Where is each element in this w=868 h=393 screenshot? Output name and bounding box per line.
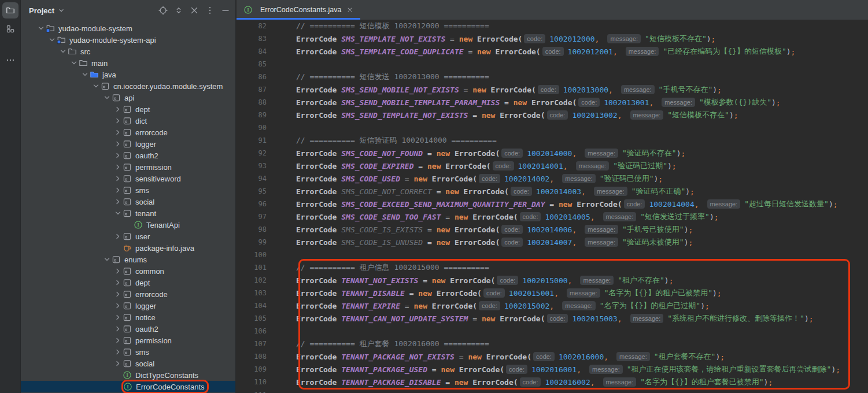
tree-item-api[interactable]: api: [21, 92, 235, 103]
locate-icon[interactable]: [158, 5, 168, 16]
tree-item-dept[interactable]: dept: [21, 277, 235, 288]
line-number[interactable]: 92: [237, 149, 276, 157]
code-line-83[interactable]: 83ErrorCode SMS_TEMPLATE_NOT_EXISTS = ne…: [237, 32, 868, 45]
code-line-94[interactable]: 94ErrorCode SMS_CODE_USED = new ErrorCod…: [237, 172, 868, 185]
stripe-project-button[interactable]: [2, 2, 19, 18]
code-line-86[interactable]: 86// ========== 短信发送 1002013000 ========…: [237, 71, 868, 83]
code-line-105[interactable]: 105ErrorCode TENANT_CAN_NOT_UPDATE_SYSTE…: [237, 312, 868, 325]
code-line-84[interactable]: 84ErrorCode SMS_TEMPLATE_CODE_DUPLICATE …: [237, 45, 868, 58]
line-number[interactable]: 86: [237, 73, 276, 81]
tree-item-dicttypeconstants[interactable]: IDictTypeConstants: [21, 369, 235, 381]
line-number[interactable]: 106: [237, 327, 276, 335]
chevron-down-icon[interactable]: [57, 6, 65, 14]
close-icon[interactable]: [346, 6, 353, 13]
line-number[interactable]: 110: [237, 378, 276, 386]
chevron-down-icon[interactable]: [80, 70, 90, 79]
line-number[interactable]: 84: [237, 47, 276, 55]
chevron-right-icon[interactable]: [113, 336, 123, 345]
line-number[interactable]: 105: [237, 314, 276, 322]
tree-item-yudao-module-system-api[interactable]: yudao-module-system-api: [21, 34, 235, 46]
code-line-97[interactable]: 97ErrorCode SMS_CODE_SEND_TOO_FAST = new…: [237, 210, 868, 223]
code-line-90[interactable]: 90: [237, 121, 868, 134]
chevron-down-icon[interactable]: [69, 58, 79, 68]
code-area[interactable]: 82// ========== 短信模板 1002012000 ========…: [237, 20, 868, 393]
code-line-88[interactable]: 88ErrorCode SMS_SEND_MOBILE_TEMPLATE_PAR…: [237, 96, 868, 109]
code-line-100[interactable]: 100: [237, 249, 868, 261]
line-number[interactable]: 99: [237, 238, 276, 246]
tree-item-sms[interactable]: sms: [21, 184, 235, 196]
chevron-right-icon[interactable]: [113, 116, 123, 125]
code-line-104[interactable]: 104ErrorCode TENANT_EXPIRE = new ErrorCo…: [237, 299, 868, 312]
code-line-107[interactable]: 107// ========== 租户套餐 1002016000 =======…: [237, 338, 868, 350]
chevron-down-icon[interactable]: [47, 35, 57, 45]
line-number[interactable]: 98: [237, 225, 276, 233]
code-line-92[interactable]: 92ErrorCode SMS_CODE_NOT_FOUND = new Err…: [237, 147, 868, 160]
tree-item-src[interactable]: src: [21, 46, 235, 57]
chevron-down-icon[interactable]: [102, 93, 112, 102]
line-number[interactable]: 107: [237, 340, 276, 348]
tree-item-sms[interactable]: sms: [21, 346, 235, 358]
line-number[interactable]: 109: [237, 365, 276, 373]
line-number[interactable]: 108: [237, 353, 276, 361]
chevron-right-icon[interactable]: [113, 266, 123, 276]
code-line-95[interactable]: 95ErrorCode SMS_CODE_NOT_CORRECT = new E…: [237, 185, 868, 198]
stripe-more-button[interactable]: [2, 52, 19, 68]
chevron-right-icon[interactable]: [113, 162, 123, 172]
tree-item-logger[interactable]: logger: [21, 300, 235, 312]
line-number[interactable]: 87: [237, 86, 276, 94]
tree-item-oauth2[interactable]: oauth2: [21, 150, 235, 161]
tree-item-tenant[interactable]: tenant: [21, 207, 235, 219]
chevron-down-icon[interactable]: [36, 24, 46, 33]
chevron-right-icon[interactable]: [113, 128, 123, 137]
tree-item-sensitiveword[interactable]: sensitiveword: [21, 173, 235, 184]
chevron-right-icon[interactable]: [113, 139, 123, 149]
project-panel-title[interactable]: Project: [29, 6, 54, 15]
chevron-right-icon[interactable]: [113, 359, 123, 368]
line-number[interactable]: 104: [237, 302, 276, 310]
chevron-right-icon[interactable]: [113, 313, 123, 322]
line-number[interactable]: 103: [237, 289, 276, 297]
tree-item-cn-iocoder-yudao-module-system[interactable]: cn.iocoder.yudao.module.system: [21, 80, 235, 92]
line-number[interactable]: 95: [237, 187, 276, 195]
code-line-85[interactable]: 85: [237, 58, 868, 71]
code-line-101[interactable]: 101// ========== 租户信息 1002015000 =======…: [237, 261, 868, 274]
tree-item-main[interactable]: main: [21, 57, 235, 69]
line-number[interactable]: 91: [237, 136, 276, 144]
code-line-109[interactable]: 109ErrorCode TENANT_PACKAGE_USED = new E…: [237, 363, 868, 376]
chevron-down-icon[interactable]: [113, 209, 123, 218]
code-line-106[interactable]: 106: [237, 325, 868, 338]
code-line-102[interactable]: 102ErrorCode TENANT_NOT_EXISTS = new Err…: [237, 274, 868, 287]
chevron-right-icon[interactable]: [113, 232, 123, 241]
tree-item-dept[interactable]: dept: [21, 103, 235, 115]
tree-item-oauth2[interactable]: oauth2: [21, 323, 235, 335]
chevron-right-icon[interactable]: [113, 347, 123, 357]
line-number[interactable]: 85: [237, 60, 276, 68]
code-line-111[interactable]: 111: [237, 388, 868, 393]
collapse-all-icon[interactable]: [189, 5, 200, 16]
line-number[interactable]: 90: [237, 124, 276, 132]
tree-item-java[interactable]: java: [21, 69, 235, 80]
tree-item-package-info-java[interactable]: package-info.java: [21, 242, 235, 254]
tree-item-yudao-module-system[interactable]: yudao-module-system: [21, 23, 235, 34]
line-number[interactable]: 83: [237, 35, 276, 43]
chevron-right-icon[interactable]: [113, 324, 123, 333]
code-line-87[interactable]: 87ErrorCode SMS_SEND_MOBILE_NOT_EXISTS =…: [237, 83, 868, 96]
hide-icon[interactable]: [220, 5, 231, 16]
code-line-89[interactable]: 89ErrorCode SMS_SEND_TEMPLATE_NOT_EXISTS…: [237, 109, 868, 121]
line-number[interactable]: 97: [237, 213, 276, 221]
code-line-103[interactable]: 103ErrorCode TENANT_DISABLE = new ErrorC…: [237, 287, 868, 299]
code-line-93[interactable]: 93ErrorCode SMS_CODE_EXPIRED = new Error…: [237, 160, 868, 172]
tree-item-permission[interactable]: permission: [21, 161, 235, 173]
tree-item-permission[interactable]: permission: [21, 335, 235, 346]
line-number[interactable]: 101: [237, 264, 276, 272]
tab-errorcodeconstants[interactable]: I ErrorCodeConstants.java: [237, 0, 360, 20]
tree-item-errorcode[interactable]: errorcode: [21, 127, 235, 138]
tree-item-logger[interactable]: logger: [21, 138, 235, 150]
tree-item-notice[interactable]: notice: [21, 312, 235, 323]
tree-item-enums[interactable]: enums: [21, 254, 235, 265]
chevron-right-icon[interactable]: [113, 197, 123, 206]
line-number[interactable]: 88: [237, 98, 276, 106]
code-line-82[interactable]: 82// ========== 短信模板 1002012000 ========…: [237, 20, 868, 32]
chevron-right-icon[interactable]: [113, 174, 123, 183]
expand-collapse-icon[interactable]: [173, 5, 184, 16]
